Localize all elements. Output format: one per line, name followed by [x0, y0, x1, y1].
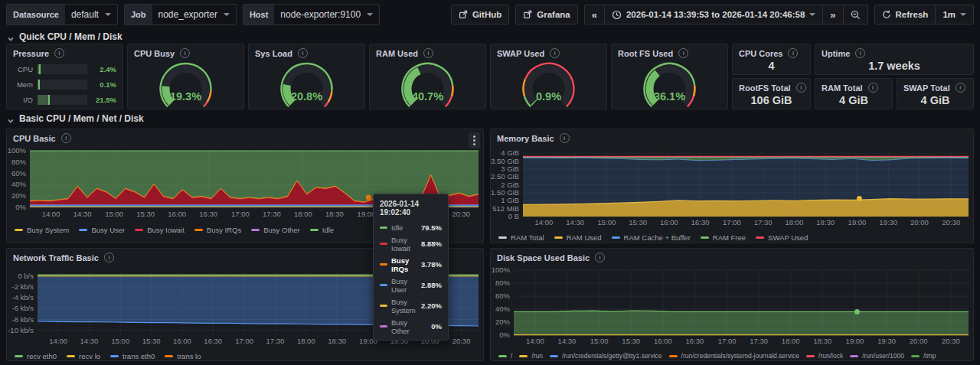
panel-title[interactable]: RAM Total: [815, 79, 892, 94]
info-icon[interactable]: [423, 48, 433, 58]
info-icon[interactable]: [868, 83, 878, 93]
time-shift-forward-button[interactable]: »: [822, 5, 843, 24]
info-icon[interactable]: [855, 48, 865, 58]
chevron-down-icon: [960, 13, 966, 16]
legend-item[interactable]: RAM Free: [701, 233, 746, 242]
variable-value-dropdown[interactable]: node_exporter: [152, 5, 236, 24]
x-axis-label: 20:00: [910, 218, 929, 226]
variable-control-datasource[interactable]: Datasourcedefault: [6, 4, 118, 25]
disk-space-used-basic-chart[interactable]: 0%20%40%60%80%100%14:0014:3015:0015:3016…: [491, 249, 973, 360]
panel-title[interactable]: Sys Load: [249, 44, 364, 60]
variable-value-dropdown[interactable]: node-exporter:9100: [274, 5, 379, 24]
memory-basic-chart[interactable]: 0 B512 MiB1 GiB1.50 GiB2 GiB2.50 GiB3 Gi…: [491, 129, 973, 243]
panel-title[interactable]: CPU Busy: [128, 44, 243, 60]
magnifier-minus-icon: [851, 10, 861, 20]
time-range-picker[interactable]: 2026-01-14 13:39:53 to 2026-01-14 20:46:…: [604, 5, 823, 24]
time-zoom-out-button[interactable]: [843, 5, 868, 24]
legend-series-color: [498, 236, 507, 239]
link-button-grafana[interactable]: Grafana: [515, 5, 577, 24]
clock-icon: [612, 10, 622, 20]
info-icon[interactable]: [54, 48, 64, 58]
info-icon[interactable]: [788, 48, 798, 58]
variable-control-job[interactable]: Jobnode_exporter: [124, 4, 237, 25]
x-axis-label: 20:30: [942, 337, 960, 345]
panel-title[interactable]: RAM Used: [370, 44, 485, 60]
section-basic-cpu-mem-net-disk[interactable]: Basic CPU / Mem / Net / Disk: [8, 113, 144, 124]
refresh-button[interactable]: Refresh: [874, 5, 936, 24]
x-axis-label: 15:30: [622, 337, 640, 345]
legend-series-color: [165, 355, 173, 357]
legend-series-color: [806, 355, 815, 357]
legend-item[interactable]: /: [498, 352, 512, 360]
legend-item[interactable]: /run: [519, 352, 543, 360]
variable-value-dropdown[interactable]: default: [65, 5, 117, 24]
variable-control-host[interactable]: Hostnode-exporter:9100: [243, 4, 380, 25]
legend-series-name: /run/user/1000: [862, 352, 904, 360]
panel-title-text: Pressure: [13, 49, 49, 58]
legend-item[interactable]: Busy User: [79, 226, 125, 234]
legend-item[interactable]: trans eth0: [110, 352, 155, 360]
pressure-row-i/o: I/O21.5%: [13, 94, 116, 105]
chevron-down-icon: [367, 13, 373, 16]
panel-title[interactable]: Pressure: [7, 44, 122, 60]
x-axis-label: 16:00: [173, 337, 191, 345]
legend-item[interactable]: SWAP Used: [756, 233, 808, 242]
panel-title[interactable]: SWAP Total: [897, 79, 973, 94]
legend-series-name: /run/credentials/systemd-journald.servic…: [681, 352, 799, 360]
panel-title[interactable]: SWAP Used: [491, 44, 606, 60]
x-axis-label: 15:00: [105, 210, 123, 218]
stat-value: 4 GiB: [897, 94, 973, 106]
legend-item[interactable]: Idle: [310, 226, 334, 234]
cpu-legend: Busy SystemBusy UserBusy IowaitBusy IRQs…: [15, 226, 334, 234]
gauge-value: 19.3%: [170, 90, 201, 103]
legend-item[interactable]: RAM Cache + Buffer: [612, 233, 691, 242]
legend-item[interactable]: trans lo: [165, 352, 201, 360]
tooltip-rows: Idle79.5%Busy Iowait8.88%Busy IRQs3.78%B…: [374, 221, 448, 337]
cpu-busy-gauge: 19.3%: [128, 60, 243, 107]
section-quick-cpu-mem-disk[interactable]: Quick CPU / Mem / Disk: [8, 31, 122, 42]
tooltip-series-name: Idle: [391, 223, 417, 232]
legend-item[interactable]: recv lo: [67, 352, 100, 360]
legend-item[interactable]: /run/credentials/getty@tty1.service: [550, 352, 662, 360]
legend-item[interactable]: Busy IRQs: [194, 226, 241, 234]
link-label: GitHub: [472, 10, 501, 19]
legend-series-color: [669, 355, 678, 357]
legend-item[interactable]: RAM Total: [498, 233, 544, 242]
panel-title[interactable]: Root FS Used: [612, 44, 727, 60]
memory-plot-svg: 0 B512 MiB1 GiB1.50 GiB2 GiB2.50 GiB3 Gi…: [491, 129, 973, 243]
external-link-icon: [523, 10, 532, 19]
legend-item[interactable]: /run/credentials/systemd-journald.servic…: [669, 352, 799, 360]
legend-item[interactable]: /run/lock: [806, 352, 843, 360]
pressure-value: 21.5%: [92, 96, 116, 104]
time-shift-back-button[interactable]: «: [584, 5, 605, 24]
tooltip-series-color: [380, 325, 387, 328]
info-icon[interactable]: [678, 48, 688, 58]
legend-item[interactable]: /run/user/1000: [850, 352, 904, 360]
info-icon[interactable]: [180, 48, 190, 58]
refresh-interval-dropdown[interactable]: 1m: [935, 5, 974, 24]
x-axis-label: 19:30: [877, 337, 896, 345]
pressure-row-cpu: CPU2.4%: [13, 64, 116, 74]
legend-item[interactable]: RAM Used: [554, 233, 602, 242]
legend-series-color: [15, 229, 23, 231]
legend-item[interactable]: /tmp: [911, 352, 936, 360]
info-icon[interactable]: [956, 83, 965, 93]
panel-title-text: SWAP Used: [497, 49, 544, 58]
link-button-github[interactable]: GitHub: [451, 5, 509, 24]
legend-item[interactable]: Busy Iowait: [135, 226, 185, 234]
panel-title[interactable]: Uptime: [815, 44, 973, 60]
gauge-svg: 0.9%: [491, 60, 606, 109]
legend-item[interactable]: Busy System: [15, 226, 69, 234]
info-icon[interactable]: [550, 48, 560, 58]
legend-item[interactable]: recv eth0: [15, 352, 57, 360]
gauge-value: 40.7%: [412, 90, 443, 103]
tooltip-series-color: [380, 226, 387, 229]
legend-item[interactable]: Busy Other: [251, 226, 300, 234]
panel-title[interactable]: RootFS Total: [733, 79, 810, 94]
panel-root-fs-used: Root FS Used 36.1%: [611, 44, 728, 109]
info-icon[interactable]: [298, 48, 308, 58]
x-axis-label: 14:30: [74, 210, 92, 218]
info-icon[interactable]: [796, 83, 806, 93]
panel-title[interactable]: CPU Cores: [733, 44, 810, 60]
legend-series-name: recv lo: [79, 352, 100, 360]
